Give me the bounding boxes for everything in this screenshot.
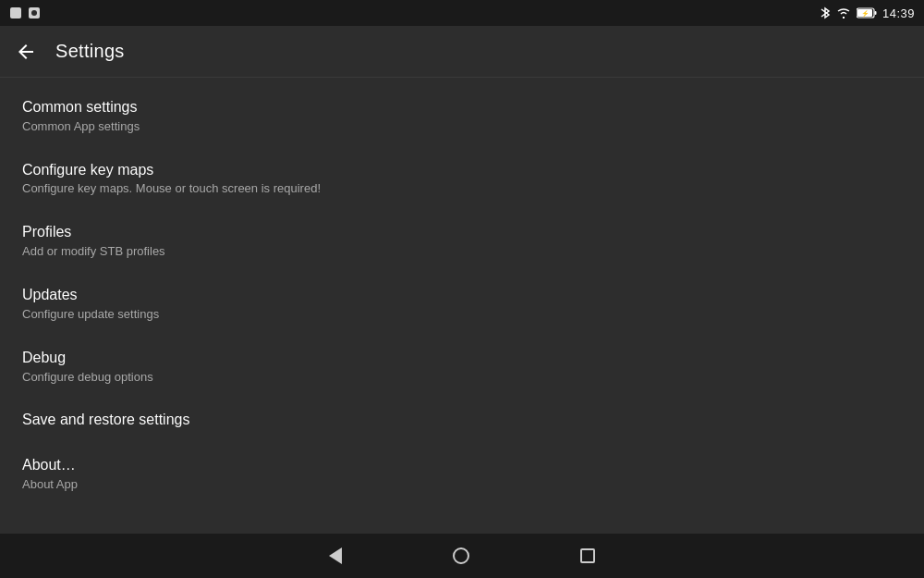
settings-item-title-debug: Debug bbox=[22, 349, 902, 368]
svg-point-2 bbox=[31, 10, 37, 16]
settings-list: Common settingsCommon App settingsConfig… bbox=[0, 78, 924, 513]
app-icon-2 bbox=[28, 6, 41, 19]
status-bar-left bbox=[9, 6, 41, 19]
status-bar-right: ⚡ 14:39 bbox=[820, 6, 915, 20]
back-button[interactable] bbox=[15, 41, 37, 63]
settings-item-debug[interactable]: DebugConfigure debug options bbox=[0, 336, 924, 399]
status-time: 14:39 bbox=[882, 6, 915, 20]
nav-recents-button[interactable] bbox=[580, 548, 595, 563]
settings-item-subtitle-configure-key-maps: Configure key maps. Mouse or touch scree… bbox=[22, 181, 902, 197]
settings-item-title-profiles: Profiles bbox=[22, 223, 902, 242]
status-bar: ⚡ 14:39 bbox=[0, 0, 924, 26]
svg-rect-0 bbox=[10, 7, 21, 18]
back-arrow-icon bbox=[15, 41, 37, 63]
settings-item-common-settings[interactable]: Common settingsCommon App settings bbox=[0, 85, 924, 148]
settings-item-configure-key-maps[interactable]: Configure key mapsConfigure key maps. Mo… bbox=[0, 148, 924, 211]
app-icon-1 bbox=[9, 6, 22, 19]
nav-home-button[interactable] bbox=[453, 547, 469, 564]
settings-item-about[interactable]: About…About App bbox=[0, 443, 924, 506]
svg-text:⚡: ⚡ bbox=[861, 9, 869, 18]
settings-item-subtitle-about: About App bbox=[22, 477, 902, 493]
settings-item-title-updates: Updates bbox=[22, 286, 902, 305]
settings-item-updates[interactable]: UpdatesConfigure update settings bbox=[0, 273, 924, 336]
bluetooth-icon bbox=[820, 6, 831, 20]
settings-item-subtitle-updates: Configure update settings bbox=[22, 307, 902, 323]
battery-icon: ⚡ bbox=[857, 7, 877, 18]
wifi-icon bbox=[836, 7, 851, 18]
app-bar-title: Settings bbox=[55, 41, 125, 62]
settings-item-save-restore[interactable]: Save and restore settings bbox=[0, 398, 924, 443]
nav-bar bbox=[0, 534, 924, 578]
settings-item-title-common-settings: Common settings bbox=[22, 98, 902, 117]
settings-item-profiles[interactable]: ProfilesAdd or modify STB profiles bbox=[0, 210, 924, 273]
app-bar: Settings bbox=[0, 26, 924, 78]
settings-item-title-save-restore: Save and restore settings bbox=[22, 411, 902, 430]
settings-item-subtitle-common-settings: Common App settings bbox=[22, 119, 902, 135]
settings-item-subtitle-profiles: Add or modify STB profiles bbox=[22, 244, 902, 260]
settings-item-title-configure-key-maps: Configure key maps bbox=[22, 161, 902, 180]
nav-back-button[interactable] bbox=[329, 547, 342, 564]
svg-rect-4 bbox=[874, 11, 876, 15]
settings-item-title-about: About… bbox=[22, 456, 902, 475]
settings-item-subtitle-debug: Configure debug options bbox=[22, 370, 902, 386]
